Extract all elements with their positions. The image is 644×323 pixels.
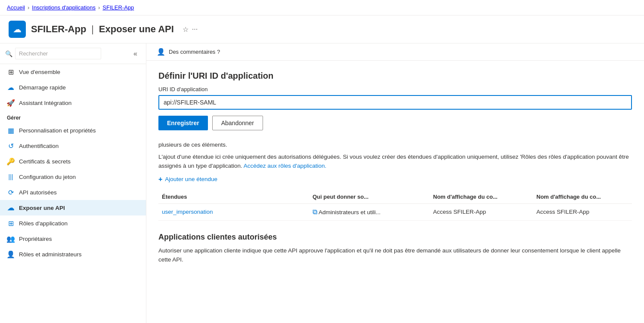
roles-admins-icon: 👤: [7, 250, 15, 258]
table-row: user_impersonation ⧉ Administrateurs et …: [158, 204, 632, 221]
main-layout: 🔍 « ⊞ Vue d'ensemble ☁ Démarrage rapide …: [0, 43, 644, 323]
app-header: ☁ SFILER-App | Exposer une API ☆ ···: [0, 15, 644, 43]
breadcrumb-home[interactable]: Accueil: [7, 4, 25, 11]
uri-field-label: URI ID d'application: [158, 86, 632, 92]
api-icon: ⟳: [7, 188, 15, 196]
app-title: SFILER-App | Exposer une API: [31, 24, 174, 35]
apps-info: Autoriser une application cliente indiqu…: [158, 246, 632, 265]
feedback-bar: 👤 Des commentaires ?: [146, 43, 644, 61]
save-button[interactable]: Enregistrer: [158, 116, 208, 130]
sidebar-item-roles-admins[interactable]: 👤 Rôles et administrateurs: [0, 246, 146, 262]
pin-icon[interactable]: ☆: [183, 25, 189, 34]
search-input[interactable]: [15, 48, 101, 59]
sidebar-item-assistant[interactable]: 🚀 Assistant Intégration: [0, 95, 146, 111]
main-content: Définir l'URI ID d'application URI ID d'…: [146, 61, 644, 275]
rocket-icon: 🚀: [7, 99, 15, 107]
sidebar-item-roles[interactable]: ⊞ Rôles d'application: [0, 215, 146, 231]
info-text-2: L'ajout d'une étendue ici crée uniquemen…: [158, 153, 632, 170]
collapse-button[interactable]: «: [130, 48, 141, 59]
plus-icon: +: [158, 175, 162, 183]
sidebar-item-quickstart[interactable]: ☁ Démarrage rapide: [0, 80, 146, 95]
cell-display1: Access SFILER-App: [430, 209, 533, 215]
breadcrumb: Accueil › Inscriptions d'applications › …: [0, 0, 644, 15]
auth-icon: ↺: [7, 142, 15, 150]
cell-who: ⧉ Administrateurs et utili...: [309, 208, 430, 216]
more-icon[interactable]: ···: [192, 25, 198, 33]
sidebar-item-api[interactable]: ⟳ API autorisées: [0, 185, 146, 200]
sidebar-item-auth[interactable]: ↺ Authentification: [0, 138, 146, 154]
cell-scope: user_impersonation: [158, 209, 309, 215]
token-icon: |||: [7, 173, 15, 181]
app-icon: ☁: [9, 21, 26, 38]
sidebar-item-customization[interactable]: ▦ Personnalisation et propriétés: [0, 123, 146, 138]
col-header-who: Qui peut donner so...: [309, 194, 430, 200]
key-icon: 🔑: [7, 157, 15, 165]
sidebar-item-owners[interactable]: 👥 Propriétaires: [0, 231, 146, 246]
sidebar-item-certificates[interactable]: 🔑 Certificats & secrets: [0, 154, 146, 169]
customization-icon: ▦: [7, 126, 15, 134]
feedback-icon: 👤: [157, 48, 165, 56]
scope-link[interactable]: user_impersonation: [162, 209, 213, 215]
table-header: Étendues Qui peut donner so... Nom d'aff…: [158, 190, 632, 204]
col-header-display1: Nom d'affichage du co...: [430, 194, 533, 200]
manage-section-header: Gérer: [0, 111, 146, 123]
info-text-1: plusieurs de ces éléments.: [158, 141, 632, 149]
sidebar-item-token[interactable]: ||| Configuration du jeton: [0, 169, 146, 185]
feedback-label[interactable]: Des commentaires ?: [169, 49, 220, 55]
header-actions: ☆ ···: [183, 25, 198, 34]
uri-input[interactable]: [158, 95, 632, 110]
roles-icon: ⊞: [7, 219, 15, 227]
owners-icon: 👥: [7, 235, 15, 243]
search-icon: 🔍: [5, 50, 12, 57]
breadcrumb-app-registrations[interactable]: Inscriptions d'applications: [32, 4, 96, 11]
grid-icon: ⊞: [7, 68, 15, 76]
main-panel: 👤 Des commentaires ? Définir l'URI ID d'…: [146, 43, 644, 323]
sidebar-search-area: 🔍 «: [0, 43, 146, 64]
add-scope-button[interactable]: + Ajouter une étendue: [158, 175, 632, 183]
uri-section-title: Définir l'URI ID d'application: [158, 71, 632, 81]
action-buttons: Enregistrer Abandonner: [158, 116, 632, 130]
cloud-icon: ☁: [7, 83, 15, 91]
copy-icon: ⧉: [313, 208, 317, 215]
breadcrumb-sfiler[interactable]: SFILER-App: [102, 4, 134, 11]
cell-display2: Access SFILER-App: [533, 209, 636, 215]
expose-icon: ☁: [7, 204, 15, 212]
sidebar-item-overview[interactable]: ⊞ Vue d'ensemble: [0, 64, 146, 80]
cancel-button[interactable]: Abandonner: [212, 116, 263, 130]
sidebar: 🔍 « ⊞ Vue d'ensemble ☁ Démarrage rapide …: [0, 43, 146, 323]
sidebar-item-expose[interactable]: ☁ Exposer une API: [0, 200, 146, 215]
roles-link[interactable]: Accédez aux rôles d'application.: [244, 163, 326, 169]
col-header-display2: Nom d'affichage du co...: [533, 194, 636, 200]
col-header-scopes: Étendues: [158, 194, 309, 200]
apps-section-title: Applications clientes autorisées: [158, 233, 632, 242]
